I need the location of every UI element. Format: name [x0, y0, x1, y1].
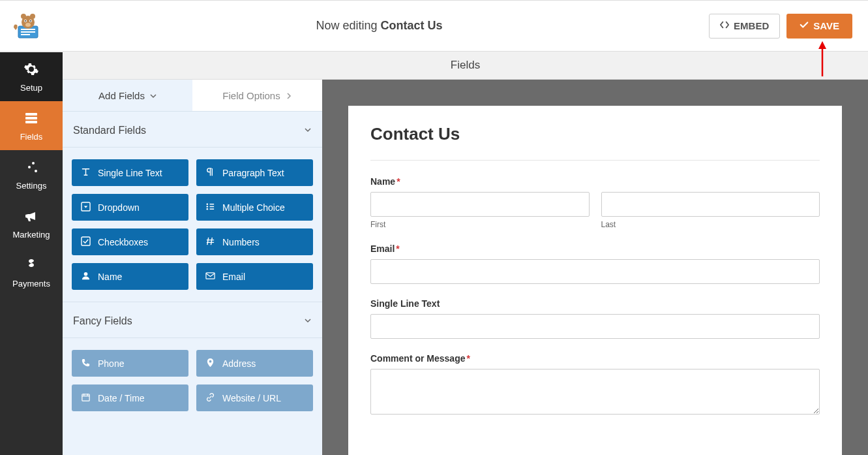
save-label: SAVE: [813, 20, 839, 31]
svg-point-16: [28, 166, 31, 168]
form-title: Contact Us: [370, 124, 820, 161]
tab-add-fields[interactable]: Add Fields: [63, 80, 192, 111]
first-name-col: First: [370, 192, 590, 229]
form-preview-area: Contact Us Name* First Last: [322, 80, 868, 455]
embed-label: EMBED: [734, 20, 769, 31]
field-checkboxes[interactable]: Checkboxes: [72, 228, 188, 255]
svg-point-15: [32, 162, 35, 165]
field-label: Date / Time: [98, 393, 145, 403]
check-square-icon: [81, 236, 91, 248]
svg-point-10: [21, 14, 26, 19]
now-editing-label: Now editing: [316, 19, 381, 32]
dollar-icon: [23, 257, 39, 275]
envelope-icon: [205, 271, 215, 283]
user-icon: [81, 271, 91, 283]
first-name-input[interactable]: [370, 192, 590, 217]
chevron-down-icon: [150, 90, 157, 101]
field-label: Single Line Text: [98, 168, 162, 178]
form-field-single-line[interactable]: Single Line Text: [370, 298, 820, 339]
form-field-comment[interactable]: Comment or Message*: [370, 353, 820, 416]
wpforms-logo[interactable]: [12, 13, 43, 39]
svg-rect-24: [206, 272, 215, 278]
svg-point-19: [207, 203, 209, 205]
standard-field-grid: Single Line Text Paragraph Text Dropdown…: [63, 148, 322, 302]
svg-rect-12: [25, 113, 37, 116]
field-label: Checkboxes: [98, 237, 148, 247]
fields-panel-scroll[interactable]: Add Fields Field Options Standard Fields…: [63, 80, 322, 455]
field-phone[interactable]: Phone: [72, 350, 188, 377]
nav-label: Fields: [20, 132, 43, 142]
nav-settings[interactable]: Settings: [0, 150, 63, 199]
svg-point-17: [35, 170, 37, 172]
form-icon: [23, 110, 39, 128]
tab-field-options[interactable]: Field Options: [192, 80, 322, 111]
required-asterisk: *: [396, 243, 399, 254]
field-date-time[interactable]: Date / Time: [72, 384, 188, 411]
nav-setup[interactable]: Setup: [0, 52, 63, 101]
comment-textarea[interactable]: [370, 369, 820, 415]
svg-rect-1: [21, 29, 35, 30]
field-paragraph-text[interactable]: Paragraph Text: [196, 159, 313, 186]
gear-icon: [23, 61, 39, 79]
nav-label: Payments: [12, 279, 50, 289]
top-header: Now editing Contact Us EMBED SAVE: [0, 1, 868, 52]
name-label: Name*: [370, 176, 820, 187]
field-numbers[interactable]: Numbers: [196, 228, 313, 255]
field-label: Dropdown: [98, 202, 140, 213]
field-label: Address: [222, 358, 256, 369]
tab-label: Add Fields: [98, 90, 145, 101]
phone-icon: [81, 358, 91, 369]
save-button[interactable]: SAVE: [786, 14, 852, 39]
form-card[interactable]: Contact Us Name* First Last: [348, 106, 842, 455]
form-field-name[interactable]: Name* First Last: [370, 176, 820, 229]
last-name-col: Last: [601, 192, 820, 229]
fields-panel: Add Fields Field Options Standard Fields…: [63, 80, 322, 455]
chevron-down-icon: [304, 315, 312, 327]
sliders-icon: [23, 159, 39, 177]
field-name[interactable]: Name: [72, 263, 188, 290]
name-row: First Last: [370, 192, 820, 229]
hash-icon: [205, 236, 215, 248]
standard-fields-heading[interactable]: Standard Fields: [63, 114, 322, 148]
field-single-line-text[interactable]: Single Line Text: [72, 159, 188, 186]
fancy-fields-heading[interactable]: Fancy Fields: [63, 305, 322, 338]
svg-rect-3: [21, 34, 30, 35]
paragraph-icon: [205, 167, 215, 179]
nav-payments[interactable]: Payments: [0, 248, 63, 297]
required-asterisk: *: [466, 353, 470, 364]
nav-marketing[interactable]: Marketing: [0, 199, 63, 248]
form-field-email[interactable]: Email*: [370, 243, 820, 284]
single-line-input[interactable]: [370, 314, 820, 339]
field-dropdown[interactable]: Dropdown: [72, 194, 188, 221]
comment-label: Comment or Message*: [370, 353, 820, 364]
svg-point-7: [25, 20, 26, 22]
svg-point-23: [84, 272, 88, 275]
field-label: Website / URL: [222, 393, 281, 403]
bullhorn-icon: [23, 208, 39, 226]
nav-fields[interactable]: Fields: [0, 101, 63, 150]
embed-button[interactable]: EMBED: [709, 14, 780, 39]
fancy-field-grid: Phone Address Date / Time Website / URL: [63, 338, 322, 423]
label-text: Comment or Message: [370, 353, 465, 364]
svg-rect-14: [25, 121, 37, 123]
field-website-url[interactable]: Website / URL: [196, 384, 313, 411]
svg-rect-22: [82, 236, 90, 245]
nav-label: Marketing: [12, 230, 50, 240]
editing-title: Now editing Contact Us: [50, 19, 709, 33]
email-input[interactable]: [370, 259, 820, 284]
form-name: Contact Us: [381, 19, 443, 32]
map-marker-icon: [205, 358, 215, 369]
list-icon: [205, 202, 215, 213]
sub-header: Fields: [63, 52, 868, 80]
field-label: Phone: [98, 358, 124, 369]
link-icon: [205, 392, 215, 404]
field-multiple-choice[interactable]: Multiple Choice: [196, 194, 313, 221]
last-name-input[interactable]: [601, 192, 820, 217]
svg-rect-2: [21, 31, 35, 33]
text-icon: [81, 167, 91, 179]
label-text: Name: [370, 176, 395, 187]
panel-tabs: Add Fields Field Options: [63, 80, 322, 112]
field-address[interactable]: Address: [196, 350, 313, 377]
field-email[interactable]: Email: [196, 263, 313, 290]
section-title: Fancy Fields: [73, 315, 132, 327]
